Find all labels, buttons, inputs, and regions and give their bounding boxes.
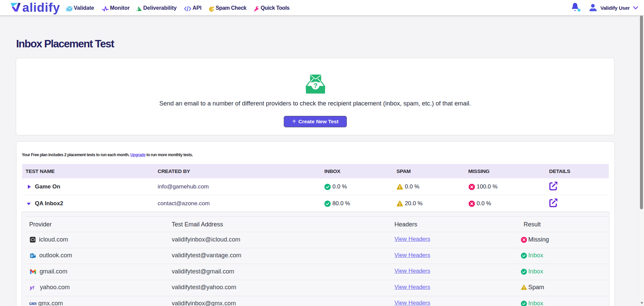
svg-text:?: ? — [313, 82, 318, 89]
svg-text:GMX: GMX — [29, 302, 37, 306]
svg-text:y!: y! — [30, 285, 34, 290]
svg-text:alidify: alidify — [22, 3, 60, 14]
